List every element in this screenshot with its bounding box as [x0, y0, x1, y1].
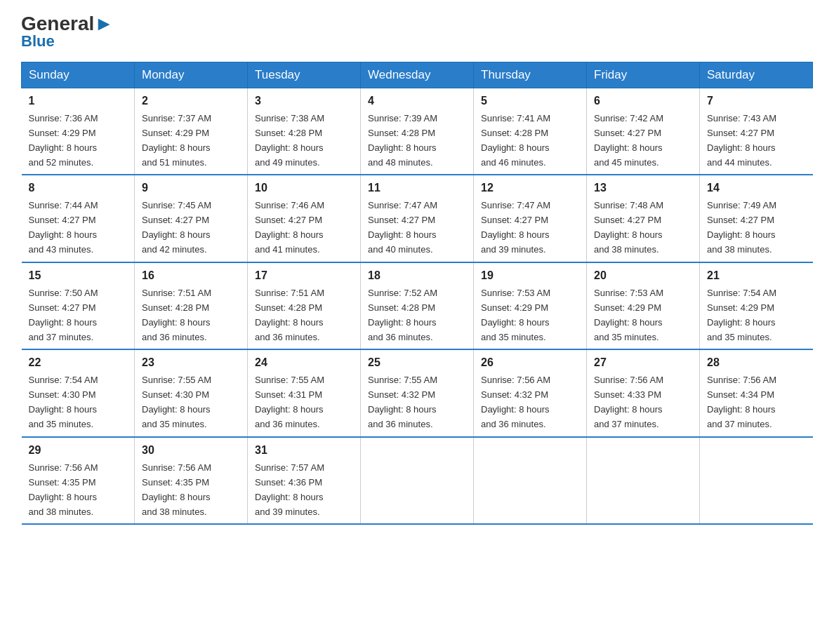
day-number: 31	[255, 442, 353, 459]
calendar-header-row: SundayMondayTuesdayWednesdayThursdayFrid…	[22, 62, 813, 88]
calendar-day-cell: 13Sunrise: 7:48 AMSunset: 4:27 PMDayligh…	[587, 175, 700, 262]
day-number: 17	[255, 267, 353, 285]
day-info: Sunrise: 7:54 AMSunset: 4:29 PMDaylight:…	[707, 288, 776, 342]
day-info: Sunrise: 7:39 AMSunset: 4:28 PMDaylight:…	[368, 113, 437, 168]
day-of-week-header: Monday	[135, 62, 248, 88]
logo-top: General►	[21, 14, 114, 34]
day-info: Sunrise: 7:56 AMSunset: 4:35 PMDaylight:…	[29, 462, 98, 517]
day-of-week-header: Saturday	[700, 62, 813, 88]
day-number: 20	[594, 267, 692, 285]
day-info: Sunrise: 7:38 AMSunset: 4:28 PMDaylight:…	[255, 113, 324, 168]
day-number: 7	[707, 93, 806, 110]
day-number: 28	[707, 354, 806, 372]
calendar-week-row: 1Sunrise: 7:36 AMSunset: 4:29 PMDaylight…	[22, 88, 813, 175]
day-info: Sunrise: 7:48 AMSunset: 4:27 PMDaylight:…	[594, 200, 663, 255]
calendar-day-cell: 4Sunrise: 7:39 AMSunset: 4:28 PMDaylight…	[361, 88, 474, 175]
day-info: Sunrise: 7:47 AMSunset: 4:27 PMDaylight:…	[481, 200, 550, 255]
day-info: Sunrise: 7:46 AMSunset: 4:27 PMDaylight:…	[255, 200, 324, 255]
calendar-day-cell: 5Sunrise: 7:41 AMSunset: 4:28 PMDaylight…	[474, 88, 587, 175]
day-info: Sunrise: 7:56 AMSunset: 4:33 PMDaylight:…	[594, 375, 663, 429]
day-info: Sunrise: 7:53 AMSunset: 4:29 PMDaylight:…	[481, 288, 550, 342]
day-number: 9	[142, 180, 240, 197]
day-info: Sunrise: 7:47 AMSunset: 4:27 PMDaylight:…	[368, 200, 437, 255]
day-info: Sunrise: 7:53 AMSunset: 4:29 PMDaylight:…	[594, 288, 663, 342]
logo-blue-text: Blue	[21, 32, 55, 51]
page-header: General► Blue	[21, 14, 813, 51]
calendar-day-cell	[361, 437, 474, 524]
calendar-day-cell: 7Sunrise: 7:43 AMSunset: 4:27 PMDaylight…	[700, 88, 813, 175]
day-number: 26	[481, 354, 579, 372]
calendar-day-cell: 19Sunrise: 7:53 AMSunset: 4:29 PMDayligh…	[474, 262, 587, 349]
day-number: 22	[29, 354, 128, 372]
day-info: Sunrise: 7:43 AMSunset: 4:27 PMDaylight:…	[707, 113, 776, 168]
calendar-day-cell: 26Sunrise: 7:56 AMSunset: 4:32 PMDayligh…	[474, 349, 587, 436]
calendar-day-cell	[700, 437, 813, 524]
day-number: 19	[481, 267, 579, 285]
day-info: Sunrise: 7:56 AMSunset: 4:32 PMDaylight:…	[481, 375, 550, 429]
calendar-day-cell: 28Sunrise: 7:56 AMSunset: 4:34 PMDayligh…	[700, 349, 813, 436]
day-number: 5	[481, 93, 579, 110]
calendar-day-cell: 17Sunrise: 7:51 AMSunset: 4:28 PMDayligh…	[248, 262, 361, 349]
day-number: 27	[594, 354, 692, 372]
day-of-week-header: Friday	[587, 62, 700, 88]
day-of-week-header: Wednesday	[361, 62, 474, 88]
calendar-day-cell: 22Sunrise: 7:54 AMSunset: 4:30 PMDayligh…	[22, 349, 135, 436]
day-info: Sunrise: 7:50 AMSunset: 4:27 PMDaylight:…	[29, 288, 98, 342]
day-number: 1	[29, 93, 128, 110]
calendar-day-cell: 30Sunrise: 7:56 AMSunset: 4:35 PMDayligh…	[135, 437, 248, 524]
day-info: Sunrise: 7:57 AMSunset: 4:36 PMDaylight:…	[255, 462, 324, 517]
day-of-week-header: Sunday	[22, 62, 135, 88]
day-number: 25	[368, 354, 466, 372]
calendar-day-cell: 8Sunrise: 7:44 AMSunset: 4:27 PMDaylight…	[22, 175, 135, 262]
day-number: 11	[368, 180, 466, 197]
calendar-day-cell: 25Sunrise: 7:55 AMSunset: 4:32 PMDayligh…	[361, 349, 474, 436]
day-number: 14	[707, 180, 806, 197]
day-info: Sunrise: 7:55 AMSunset: 4:30 PMDaylight:…	[142, 375, 211, 429]
day-number: 29	[29, 442, 128, 459]
calendar-day-cell: 20Sunrise: 7:53 AMSunset: 4:29 PMDayligh…	[587, 262, 700, 349]
logo-general-text: General	[21, 13, 94, 34]
day-of-week-header: Tuesday	[248, 62, 361, 88]
logo: General► Blue	[21, 14, 114, 51]
calendar-week-row: 8Sunrise: 7:44 AMSunset: 4:27 PMDaylight…	[22, 175, 813, 262]
calendar-day-cell: 2Sunrise: 7:37 AMSunset: 4:29 PMDaylight…	[135, 88, 248, 175]
day-info: Sunrise: 7:51 AMSunset: 4:28 PMDaylight:…	[255, 288, 324, 342]
day-of-week-header: Thursday	[474, 62, 587, 88]
day-number: 23	[142, 354, 240, 372]
day-info: Sunrise: 7:42 AMSunset: 4:27 PMDaylight:…	[594, 113, 663, 168]
calendar-day-cell: 15Sunrise: 7:50 AMSunset: 4:27 PMDayligh…	[22, 262, 135, 349]
calendar-week-row: 15Sunrise: 7:50 AMSunset: 4:27 PMDayligh…	[22, 262, 813, 349]
calendar-day-cell: 12Sunrise: 7:47 AMSunset: 4:27 PMDayligh…	[474, 175, 587, 262]
day-info: Sunrise: 7:55 AMSunset: 4:32 PMDaylight:…	[368, 375, 437, 429]
calendar-day-cell: 9Sunrise: 7:45 AMSunset: 4:27 PMDaylight…	[135, 175, 248, 262]
day-info: Sunrise: 7:52 AMSunset: 4:28 PMDaylight:…	[368, 288, 437, 342]
calendar-day-cell: 16Sunrise: 7:51 AMSunset: 4:28 PMDayligh…	[135, 262, 248, 349]
day-info: Sunrise: 7:37 AMSunset: 4:29 PMDaylight:…	[142, 113, 211, 168]
calendar-day-cell: 21Sunrise: 7:54 AMSunset: 4:29 PMDayligh…	[700, 262, 813, 349]
calendar-day-cell: 18Sunrise: 7:52 AMSunset: 4:28 PMDayligh…	[361, 262, 474, 349]
day-number: 4	[368, 93, 466, 110]
day-number: 18	[368, 267, 466, 285]
day-number: 3	[255, 93, 353, 110]
calendar-day-cell: 6Sunrise: 7:42 AMSunset: 4:27 PMDaylight…	[587, 88, 700, 175]
day-number: 21	[707, 267, 806, 285]
calendar-week-row: 22Sunrise: 7:54 AMSunset: 4:30 PMDayligh…	[22, 349, 813, 436]
day-info: Sunrise: 7:51 AMSunset: 4:28 PMDaylight:…	[142, 288, 211, 342]
day-number: 2	[142, 93, 240, 110]
day-info: Sunrise: 7:49 AMSunset: 4:27 PMDaylight:…	[707, 200, 776, 255]
day-info: Sunrise: 7:55 AMSunset: 4:31 PMDaylight:…	[255, 375, 324, 429]
day-number: 8	[29, 180, 128, 197]
day-info: Sunrise: 7:54 AMSunset: 4:30 PMDaylight:…	[29, 375, 98, 429]
calendar-day-cell: 10Sunrise: 7:46 AMSunset: 4:27 PMDayligh…	[248, 175, 361, 262]
calendar-week-row: 29Sunrise: 7:56 AMSunset: 4:35 PMDayligh…	[22, 437, 813, 524]
day-number: 16	[142, 267, 240, 285]
calendar-day-cell: 29Sunrise: 7:56 AMSunset: 4:35 PMDayligh…	[22, 437, 135, 524]
calendar-day-cell	[474, 437, 587, 524]
day-info: Sunrise: 7:44 AMSunset: 4:27 PMDaylight:…	[29, 200, 98, 255]
calendar-day-cell: 11Sunrise: 7:47 AMSunset: 4:27 PMDayligh…	[361, 175, 474, 262]
calendar-day-cell: 31Sunrise: 7:57 AMSunset: 4:36 PMDayligh…	[248, 437, 361, 524]
day-number: 6	[594, 93, 692, 110]
day-number: 12	[481, 180, 579, 197]
day-info: Sunrise: 7:45 AMSunset: 4:27 PMDaylight:…	[142, 200, 211, 255]
day-number: 13	[594, 180, 692, 197]
